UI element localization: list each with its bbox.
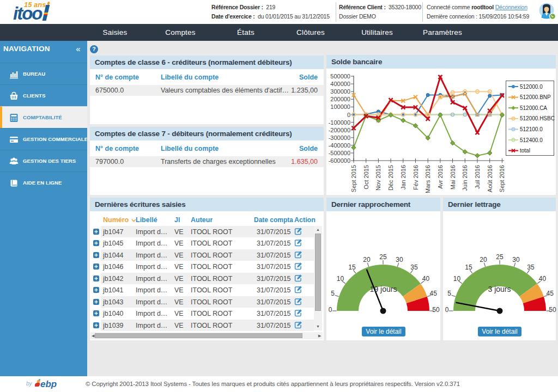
svg-text:Nov 2015: Nov 2015 (375, 165, 381, 191)
svg-text:20: 20 (480, 256, 487, 264)
svg-text:100000: 100000 (330, 103, 350, 110)
svg-text:Fév 2016: Fév 2016 (413, 165, 419, 190)
svg-text:-100000: -100000 (329, 119, 350, 126)
svg-text:15: 15 (465, 264, 472, 271)
svg-text:0: 0 (329, 306, 332, 314)
svg-text:-600000: -600000 (329, 157, 350, 164)
svg-text:Juil 2016: Juil 2016 (474, 165, 481, 189)
svg-text:512000.0: 512000.0 (520, 84, 543, 90)
svg-text:30: 30 (396, 256, 403, 264)
svg-text:20: 20 (363, 256, 371, 264)
svg-text:Avr 2016: Avr 2016 (437, 165, 444, 189)
svg-text:Sept 2016: Sept 2016 (499, 165, 505, 192)
svg-text:500000: 500000 (330, 73, 350, 79)
svg-text:25: 25 (496, 253, 504, 261)
svg-text:Juin 2016: Juin 2016 (462, 165, 468, 191)
svg-text:40: 40 (422, 275, 430, 283)
svg-text:50: 50 (432, 306, 440, 314)
svg-text:512000.CA: 512000.CA (520, 105, 547, 111)
svg-text:40: 40 (539, 275, 547, 283)
svg-text:50: 50 (549, 306, 556, 314)
svg-text:?: ? (92, 46, 95, 52)
svg-text:15: 15 (348, 264, 356, 271)
svg-text:512100.0: 512100.0 (520, 126, 543, 132)
svg-text:512000.BNP: 512000.BNP (520, 94, 551, 100)
svg-text:512400.0: 512400.0 (520, 137, 543, 143)
svg-text:35: 35 (527, 264, 535, 271)
svg-text:25: 25 (379, 253, 387, 261)
svg-text:30: 30 (512, 256, 520, 264)
svg-text:-500000: -500000 (329, 150, 350, 156)
svg-text:Jan 2016: Jan 2016 (400, 165, 407, 189)
svg-text:300000: 300000 (330, 88, 350, 95)
svg-text:-400000: -400000 (329, 142, 350, 149)
svg-text:0: 0 (445, 306, 449, 314)
svg-text:512000.HSBC: 512000.HSBC (520, 115, 555, 121)
svg-text:0: 0 (347, 112, 350, 118)
svg-text:10: 10 (337, 275, 344, 283)
svg-text:Sept 2015: Sept 2015 (350, 165, 357, 192)
svg-text:10: 10 (453, 275, 461, 283)
svg-text:Oct 2015: Oct 2015 (363, 165, 369, 189)
svg-text:-300000: -300000 (329, 134, 350, 141)
svg-text:200000: 200000 (330, 96, 350, 102)
svg-text:Août 2016: Août 2016 (487, 165, 493, 192)
svg-text:Mai 2016: Mai 2016 (450, 165, 456, 189)
svg-text:400000: 400000 (330, 81, 350, 87)
svg-text:ebp: ebp (40, 379, 57, 389)
svg-text:total: total (520, 148, 530, 154)
svg-text:35: 35 (410, 264, 418, 271)
svg-text:Déc 2015: Déc 2015 (387, 165, 394, 191)
svg-text:Mars 2016: Mars 2016 (424, 165, 431, 193)
svg-text:-200000: -200000 (329, 127, 350, 133)
